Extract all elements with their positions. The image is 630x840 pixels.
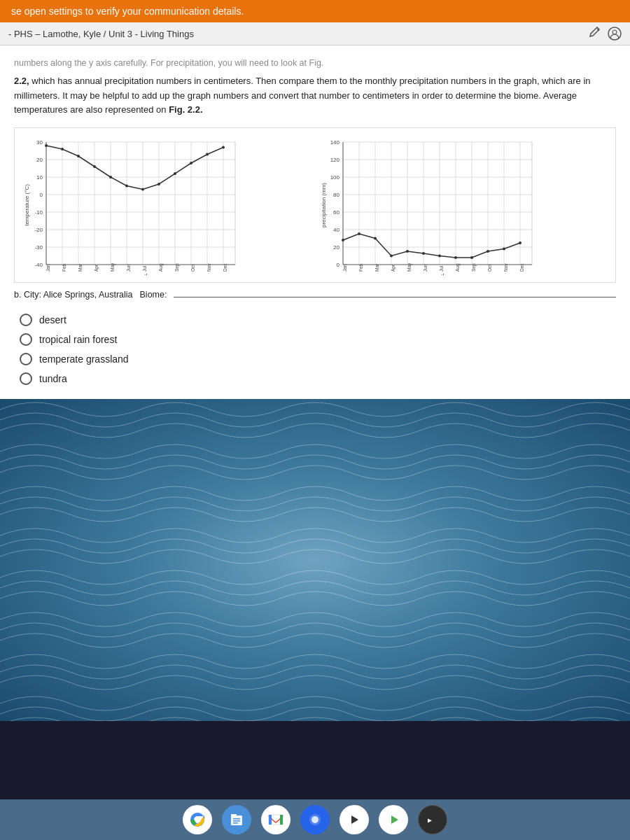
svg-text:Jan: Jan xyxy=(46,264,50,272)
account-icon[interactable] xyxy=(608,27,622,41)
svg-rect-126 xyxy=(280,815,283,825)
svg-marker-130 xyxy=(391,816,398,824)
option-temperate-grassland-label: temperate grassland xyxy=(39,354,129,365)
svg-point-108 xyxy=(422,252,425,255)
faded-header-text: numbers along the y axis carefully. For … xyxy=(14,57,616,70)
radio-desert[interactable] xyxy=(20,314,32,326)
svg-text:Dec: Dec xyxy=(223,263,227,272)
taskbar: ▶ xyxy=(0,799,630,840)
edit-icon[interactable] xyxy=(588,27,602,41)
svg-point-128 xyxy=(312,816,318,823)
svg-text:Nov: Nov xyxy=(503,263,508,272)
svg-text:Apr: Apr xyxy=(94,264,99,272)
gmail-icon xyxy=(267,811,285,829)
svg-text:140: 140 xyxy=(330,139,340,146)
radio-tundra[interactable] xyxy=(20,372,32,385)
notification-bar: se open settings to verify your communic… xyxy=(0,0,630,22)
svg-point-52 xyxy=(141,188,144,191)
city-label: b. City: Alice Springs, Australia xyxy=(14,290,133,300)
svg-text:40: 40 xyxy=(333,227,340,233)
radio-temperate-grassland[interactable] xyxy=(20,353,32,365)
svg-point-48 xyxy=(77,155,80,158)
svg-point-114 xyxy=(519,241,522,244)
taskbar-files-button[interactable] xyxy=(222,805,251,834)
option-tundra-label: tundra xyxy=(39,373,67,384)
svg-text:Aug: Aug xyxy=(158,263,164,272)
svg-rect-123 xyxy=(233,822,238,824)
chrome-icon xyxy=(188,811,206,829)
radio-options: desert tropical rain forest temperate gr… xyxy=(14,311,616,388)
svg-point-112 xyxy=(486,250,489,253)
city-biome-row: b. City: Alice Springs, Australia Biome: xyxy=(14,290,616,300)
svg-point-105 xyxy=(374,237,377,240)
main-paragraph: 2.2, which has annual precipitation numb… xyxy=(14,74,616,118)
temperature-chart: temperature (°C) 30 xyxy=(22,135,239,275)
taskbar-playstore-button[interactable] xyxy=(379,805,408,834)
app-bar-icons xyxy=(588,27,622,41)
svg-point-104 xyxy=(358,232,360,235)
paragraph-text: 2.2, which has annual precipitation numb… xyxy=(14,76,591,115)
screen-area: - PHS – Lamothe, Kyle / Unit 3 - Living … xyxy=(0,22,630,399)
taskbar-chrome-button[interactable] xyxy=(183,805,212,834)
biome-label: Biome: xyxy=(140,290,167,300)
svg-text:Mar: Mar xyxy=(374,263,379,272)
files-icon xyxy=(228,811,245,828)
svg-text:60: 60 xyxy=(333,209,340,216)
option-tropical-rain-forest[interactable]: tropical rain forest xyxy=(20,333,610,346)
svg-text:-40: -40 xyxy=(34,262,43,268)
terminal-icon: ▶ xyxy=(425,812,440,827)
content-wrapper: numbers along the y axis carefully. For … xyxy=(0,46,630,399)
svg-text:-30: -30 xyxy=(34,244,43,251)
svg-text:Jun: Jun xyxy=(126,264,131,272)
taskbar-terminal-button[interactable]: ▶ xyxy=(418,805,447,834)
svg-text:0: 0 xyxy=(40,192,43,198)
taskbar-play-button[interactable] xyxy=(340,805,369,834)
svg-point-106 xyxy=(390,255,393,258)
svg-point-49 xyxy=(93,165,96,168)
background-decoration xyxy=(0,399,630,721)
svg-text:Sep: Sep xyxy=(174,263,180,272)
svg-text:0: 0 xyxy=(337,262,340,268)
svg-text:Jun: Jun xyxy=(423,264,428,272)
biome-line xyxy=(174,297,616,298)
photos-icon xyxy=(307,811,323,828)
svg-text:Feb: Feb xyxy=(62,264,66,272)
svg-text:10: 10 xyxy=(36,174,43,181)
svg-rect-122 xyxy=(233,820,240,822)
taskbar-photos-button[interactable] xyxy=(300,805,330,834)
option-desert[interactable]: desert xyxy=(20,314,610,326)
notification-text: se open settings to verify your communic… xyxy=(11,6,244,17)
svg-text:Jul: Jul xyxy=(439,265,444,272)
taskbar-gmail-button[interactable] xyxy=(261,805,290,834)
svg-text:month: month xyxy=(428,273,446,275)
svg-text:precipitation (mm): precipitation (mm) xyxy=(321,183,327,227)
svg-text:Oct: Oct xyxy=(487,265,492,272)
svg-point-107 xyxy=(406,250,409,253)
svg-text:May: May xyxy=(110,262,115,272)
svg-text:Dec: Dec xyxy=(519,263,524,272)
svg-text:temperature (°C): temperature (°C) xyxy=(24,184,30,226)
svg-point-113 xyxy=(503,248,505,251)
option-tundra[interactable]: tundra xyxy=(20,372,610,385)
radio-tropical-rain-forest[interactable] xyxy=(20,333,32,346)
option-temperate-grassland[interactable]: temperate grassland xyxy=(20,353,610,365)
svg-text:120: 120 xyxy=(330,157,340,163)
svg-text:May: May xyxy=(407,262,412,272)
svg-point-47 xyxy=(61,148,64,150)
svg-text:-20: -20 xyxy=(34,227,43,233)
svg-point-51 xyxy=(125,185,128,188)
precipitation-chart-panel: precipitation (mm) 140 120 xyxy=(318,135,608,275)
svg-point-56 xyxy=(206,153,209,156)
svg-text:Sep: Sep xyxy=(471,263,477,272)
background-pattern xyxy=(0,399,630,721)
svg-marker-129 xyxy=(351,816,358,824)
playstore-icon xyxy=(385,811,402,828)
svg-text:Nov: Nov xyxy=(206,263,211,272)
svg-text:20: 20 xyxy=(36,157,43,163)
svg-text:30: 30 xyxy=(36,139,43,146)
svg-text:Jul: Jul xyxy=(142,265,147,272)
svg-text:20: 20 xyxy=(333,244,340,251)
svg-rect-121 xyxy=(233,818,240,820)
svg-point-55 xyxy=(190,162,192,164)
temperature-chart-panel: temperature (°C) 30 xyxy=(22,135,312,275)
